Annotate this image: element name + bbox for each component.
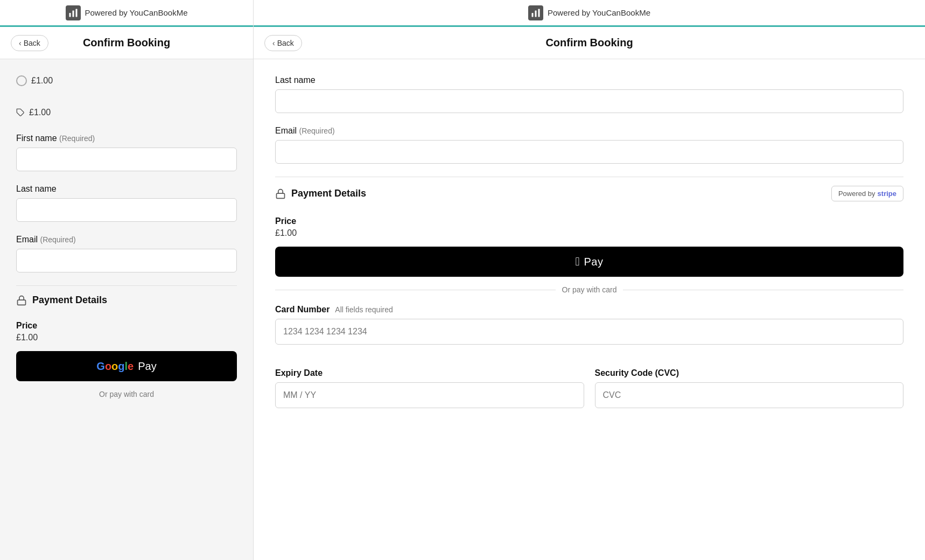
card-number-group: Card Number All fields required	[275, 305, 903, 355]
left-last-name-input[interactable]	[16, 198, 237, 222]
price-tag-row: £1.00	[16, 108, 237, 117]
security-code-group: Security Code (CVC)	[595, 368, 904, 408]
card-number-header: Card Number All fields required	[275, 305, 903, 314]
left-or-pay-text: Or pay with card	[16, 390, 237, 398]
left-content: £1.00 £1.00 First name (Required) Last n…	[0, 59, 253, 560]
google-pay-label: Pay	[138, 360, 156, 373]
svg-rect-2	[75, 9, 77, 17]
right-last-name-group: Last name	[275, 75, 903, 113]
price-tag-amount: £1.00	[29, 108, 51, 117]
first-name-group: First name (Required)	[16, 134, 237, 171]
divider-line-right	[623, 290, 903, 290]
left-back-arrow-icon: ‹	[19, 39, 22, 47]
svg-rect-8	[277, 193, 285, 198]
left-price-label: Price	[16, 321, 237, 331]
left-page-header: ‹ Back Confirm Booking	[0, 27, 253, 59]
right-last-name-input[interactable]	[275, 89, 903, 113]
right-email-label: Email (Required)	[275, 126, 903, 136]
left-email-required: (Required)	[40, 235, 75, 244]
app-icon	[66, 5, 81, 20]
apple-pay-label: Pay	[584, 256, 604, 268]
price-tag-icon	[16, 108, 25, 117]
right-price-value: £1.00	[275, 228, 903, 238]
left-price-value: £1.00	[16, 333, 237, 342]
amount-text: £1.00	[31, 76, 53, 86]
divider-line-left	[275, 290, 556, 290]
right-last-name-label: Last name	[275, 75, 903, 85]
left-price-section: Price £1.00	[16, 321, 237, 342]
right-panel: Powered by YouCanBookMe ‹ Back Confirm B…	[253, 0, 925, 560]
all-fields-required-text: All fields required	[335, 305, 393, 314]
first-name-label: First name (Required)	[16, 134, 237, 143]
stripe-label: stripe	[878, 190, 896, 198]
expiry-date-group: Expiry Date	[275, 368, 584, 408]
right-payment-details-label: Payment Details	[291, 188, 366, 199]
right-page-title: Confirm Booking	[264, 37, 914, 49]
right-email-required: (Required)	[299, 127, 334, 135]
svg-rect-6	[535, 10, 537, 17]
right-top-bar: Powered by YouCanBookMe	[254, 0, 925, 27]
right-email-input[interactable]	[275, 140, 903, 164]
first-name-input[interactable]	[16, 148, 237, 171]
powered-by-text: Powered by	[838, 190, 875, 198]
first-name-required: (Required)	[59, 134, 95, 143]
left-back-button[interactable]: ‹ Back	[11, 35, 48, 51]
expiry-cvc-row: Expiry Date Security Code (CVC)	[275, 368, 903, 408]
right-price-label: Price	[275, 216, 903, 226]
card-number-label: Card Number	[275, 305, 330, 314]
left-panel: Powered by YouCanBookMe ‹ Back Confirm B…	[0, 0, 253, 560]
card-number-input[interactable]	[275, 319, 903, 345]
apple-logo-icon: 	[575, 255, 579, 269]
expiry-date-label: Expiry Date	[275, 368, 584, 378]
svg-rect-1	[72, 10, 74, 17]
left-payment-details-header: Payment Details	[16, 285, 237, 312]
svg-rect-7	[538, 9, 540, 17]
security-code-label: Security Code (CVC)	[595, 368, 904, 378]
right-page-header: ‹ Back Confirm Booking	[254, 27, 925, 59]
amount-circle-icon	[16, 75, 27, 86]
expiry-date-input[interactable]	[275, 382, 584, 408]
right-or-pay-text: Or pay with card	[562, 285, 617, 294]
left-top-bar-text: Powered by YouCanBookMe	[85, 8, 188, 17]
google-g-icon: Google	[96, 360, 134, 373]
right-top-bar-text: Powered by YouCanBookMe	[548, 8, 650, 17]
right-back-button[interactable]: ‹ Back	[264, 35, 302, 51]
right-price-section: Price £1.00	[275, 216, 903, 238]
left-lock-icon	[16, 295, 27, 306]
right-lock-icon	[275, 188, 286, 199]
security-code-input[interactable]	[595, 382, 904, 408]
svg-rect-4	[18, 300, 26, 305]
svg-rect-0	[69, 13, 71, 17]
left-payment-details-label: Payment Details	[32, 295, 107, 306]
svg-rect-5	[532, 13, 534, 17]
left-back-label: Back	[24, 39, 40, 47]
left-email-input[interactable]	[16, 249, 237, 272]
right-back-arrow-icon: ‹	[272, 39, 275, 47]
right-content: Last name Email (Required) Payment Detai…	[254, 59, 925, 560]
left-email-label: Email (Required)	[16, 235, 237, 244]
apple-pay-button[interactable]:  Pay	[275, 247, 903, 277]
amount-row: £1.00	[16, 70, 237, 92]
left-last-name-label: Last name	[16, 184, 237, 194]
stripe-badge: Powered by stripe	[831, 186, 903, 201]
right-payment-section-header: Payment Details Powered by stripe	[275, 177, 903, 208]
right-back-label: Back	[277, 39, 294, 47]
left-last-name-group: Last name	[16, 184, 237, 222]
right-payment-section-left: Payment Details	[275, 188, 366, 199]
right-email-group: Email (Required)	[275, 126, 903, 164]
google-pay-button[interactable]: Google Pay	[16, 351, 237, 381]
right-or-pay-divider: Or pay with card	[275, 285, 903, 294]
left-top-bar: Powered by YouCanBookMe	[0, 0, 253, 27]
left-email-group: Email (Required)	[16, 235, 237, 272]
right-app-icon	[528, 5, 543, 20]
